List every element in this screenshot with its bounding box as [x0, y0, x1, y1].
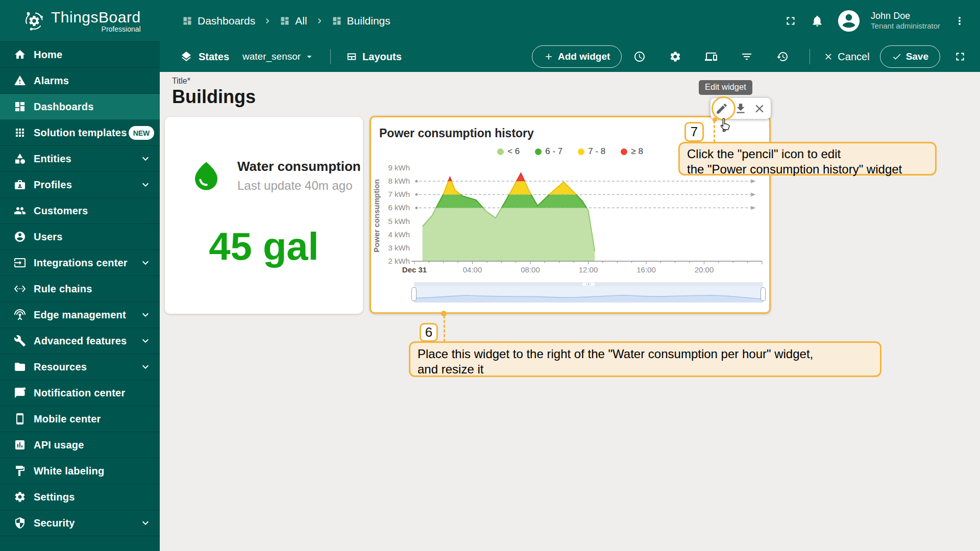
legend-dot [578, 148, 584, 155]
navigator-left-handle[interactable] [411, 287, 416, 301]
sidebar-item-users[interactable]: Users [0, 224, 160, 250]
save-button[interactable]: Save [880, 45, 940, 68]
water-consumption-widget[interactable]: Water consumption Last update 40m ago 45… [165, 117, 363, 314]
sidebar-item-entities[interactable]: Entities [0, 146, 160, 172]
navigator-grip-icon[interactable] [582, 283, 595, 286]
remove-widget-button[interactable] [753, 102, 766, 115]
cancel-button[interactable]: Cancel [823, 51, 869, 63]
sidebar-item-dashboards[interactable]: Dashboards [0, 94, 160, 120]
legend-item[interactable]: < 6 [497, 146, 520, 157]
time-window-button[interactable] [633, 51, 646, 63]
chevron-down-icon[interactable] [139, 309, 152, 321]
layouts-button[interactable]: Layouts [346, 51, 402, 63]
filter-button[interactable] [741, 51, 753, 63]
breadcrumb-item-buildings[interactable]: Buildings [332, 15, 390, 27]
advanced-features-icon [14, 335, 26, 347]
customers-icon [14, 205, 26, 217]
sidebar-item-advanced-features[interactable]: Advanced features [0, 328, 160, 354]
connector-line-7 [714, 120, 715, 142]
legend-item[interactable]: 6 - 7 [535, 146, 562, 157]
chevron-right-icon [314, 16, 325, 26]
chevron-down-icon[interactable] [139, 153, 152, 165]
step-badge-7: 7 [684, 122, 704, 142]
notification-center-icon [14, 387, 26, 399]
sidebar-nav: HomeAlarmsDashboardsSolution templatesNE… [0, 41, 160, 551]
chevron-down-icon[interactable] [139, 179, 152, 191]
toolbar-actions: Add widget Cancel Save [532, 45, 980, 68]
breadcrumb-item-all[interactable]: All [280, 15, 307, 27]
check-icon [892, 52, 902, 62]
sidebar-item-label: Notification center [34, 387, 125, 399]
chevron-down-icon[interactable] [139, 361, 152, 373]
user-role: Tenant administrator [871, 21, 940, 31]
dashboard-canvas: Title* Buildings Water consumption Last … [160, 72, 980, 551]
navigator-right-handle[interactable] [761, 287, 766, 301]
sidebar-item-integrations-center[interactable]: Integrations center [0, 250, 160, 276]
notifications-bell-icon[interactable] [811, 14, 824, 28]
svg-text:Dec 31: Dec 31 [402, 265, 427, 274]
sidebar-item-label: Mobile center [34, 413, 101, 425]
user-info[interactable]: John Doe Tenant administrator [871, 10, 940, 31]
sidebar-item-resources[interactable]: Resources [0, 354, 160, 380]
devices-icon [705, 51, 717, 63]
states-control[interactable]: States water_sensor Layouts [180, 49, 402, 64]
entities-icon [14, 153, 26, 165]
breadcrumb: DashboardsAllBuildings [182, 15, 390, 27]
legend-dot [497, 148, 504, 155]
sidebar-item-home[interactable]: Home [0, 42, 160, 68]
chevron-down-icon[interactable] [139, 257, 152, 269]
version-history-button[interactable] [776, 51, 789, 63]
sidebar-item-edge-management[interactable]: Edge management [0, 302, 160, 328]
chevron-down-icon[interactable] [139, 335, 152, 347]
chevron-down-icon[interactable] [139, 517, 152, 529]
more-menu-icon[interactable] [953, 15, 966, 27]
sidebar-item-api-usage[interactable]: API usage [0, 432, 160, 458]
close-icon [753, 102, 766, 115]
fullscreen-icon[interactable] [784, 14, 797, 28]
sidebar-item-customers[interactable]: Customers [0, 198, 160, 224]
header-icon-group [784, 14, 824, 28]
legend-item[interactable]: ≥ 8 [621, 146, 643, 157]
toolbar-divider [330, 49, 331, 64]
chevron-down-icon [139, 335, 152, 347]
chevron-down-icon [139, 179, 152, 191]
entities-icon [14, 153, 26, 165]
download-widget-button[interactable] [734, 102, 747, 115]
add-widget-button[interactable]: Add widget [532, 45, 622, 68]
thingsboard-logo-icon [22, 9, 46, 33]
toolbar-divider-2 [810, 49, 810, 64]
download-icon [734, 102, 747, 115]
step-callout-6: Place this widget to the right of the "W… [409, 341, 881, 377]
sidebar-item-settings[interactable]: Settings [0, 484, 160, 510]
white-labeling-icon [14, 465, 26, 477]
thingsboard-logo[interactable]: ThingsBoard Professional [0, 9, 160, 33]
dashboard-settings-button[interactable] [669, 51, 681, 63]
dashboards-icon [14, 101, 26, 113]
chart-navigator[interactable] [414, 282, 763, 304]
state-select[interactable]: water_sensor [242, 51, 315, 62]
dashboards-icon [182, 16, 192, 26]
security-icon [14, 517, 26, 529]
home-icon [14, 48, 26, 61]
navigator-scrollbar[interactable] [414, 282, 763, 286]
legend-item[interactable]: 7 - 8 [578, 146, 605, 157]
sidebar-item-mobile-center[interactable]: Mobile center [0, 406, 160, 432]
rule-chains-icon [14, 283, 26, 295]
sidebar-item-solution-templates[interactable]: Solution templatesNEW [0, 120, 160, 146]
navigator-preview[interactable] [414, 286, 763, 303]
sidebar-item-security[interactable]: Security [0, 510, 160, 536]
sidebar-item-white-labeling[interactable]: White labeling [0, 458, 160, 484]
fullscreen-toolbar-icon[interactable] [953, 50, 967, 63]
dashboards-icon [14, 101, 26, 113]
avatar[interactable] [837, 9, 861, 33]
manage-layouts-button[interactable] [705, 51, 717, 63]
sidebar-item-profiles[interactable]: Profiles [0, 172, 160, 198]
sidebar-item-label: Profiles [34, 179, 72, 191]
brand-edition: Professional [51, 25, 141, 33]
sidebar-item-notification-center[interactable]: Notification center [0, 380, 160, 406]
sidebar-item-alarms[interactable]: Alarms [0, 68, 160, 94]
edge-management-icon [14, 309, 26, 321]
svg-text:12:00: 12:00 [579, 265, 598, 274]
breadcrumb-item-dashboards[interactable]: Dashboards [182, 15, 255, 27]
sidebar-item-rule-chains[interactable]: Rule chains [0, 276, 160, 302]
